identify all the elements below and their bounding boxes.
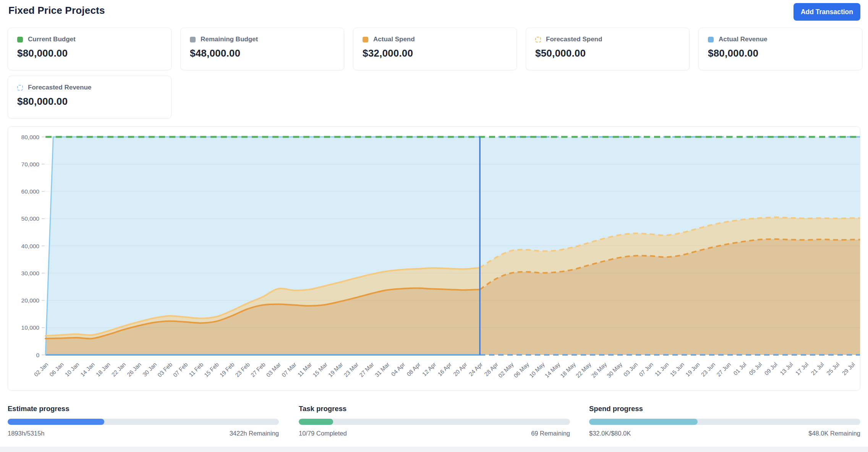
- svg-text:19 Feb: 19 Feb: [218, 361, 235, 378]
- svg-text:06 Jan: 06 Jan: [48, 361, 65, 378]
- svg-text:16 Apr: 16 Apr: [436, 361, 453, 377]
- actual-spend-swatch-icon: [363, 37, 368, 42]
- svg-text:22 Jan: 22 Jan: [110, 361, 127, 378]
- svg-text:08 Apr: 08 Apr: [405, 361, 422, 377]
- svg-text:23 Feb: 23 Feb: [234, 361, 251, 378]
- svg-text:03 Jun: 03 Jun: [622, 361, 639, 378]
- svg-text:30 Jan: 30 Jan: [141, 361, 158, 378]
- svg-text:27 Feb: 27 Feb: [249, 361, 267, 378]
- stat-cards-row-1: Current Budget $80,000.00 Remaining Budg…: [8, 28, 862, 70]
- current-budget-swatch-icon: [17, 37, 23, 42]
- svg-text:26 May: 26 May: [590, 361, 608, 379]
- task-progress-bar: [299, 419, 570, 425]
- forecasted-spend-swatch-icon: [535, 37, 541, 42]
- progress-right-stat: $48.0K Remaining: [808, 430, 860, 437]
- actual-revenue-swatch-icon: [708, 37, 714, 42]
- svg-text:18 May: 18 May: [559, 361, 577, 379]
- svg-text:20 Apr: 20 Apr: [452, 361, 468, 377]
- svg-text:22 May: 22 May: [575, 361, 593, 379]
- chart-canvas: 010,00020,00030,00040,00050,00060,00070,…: [8, 127, 860, 391]
- card-forecasted-revenue: Forecasted Revenue $80,000.00: [8, 76, 172, 119]
- spend-progress-bar: [589, 419, 860, 425]
- fixed-price-projects-page: Fixed Price Projects Add Transaction Cur…: [0, 0, 868, 452]
- progress-title: Spend progress: [589, 405, 860, 413]
- progress-fill: [299, 419, 333, 425]
- svg-text:03 Feb: 03 Feb: [156, 361, 173, 378]
- progress-left-stat: 10/79 Completed: [299, 430, 347, 437]
- svg-text:27 Mar: 27 Mar: [358, 361, 375, 378]
- svg-text:26 Jan: 26 Jan: [126, 361, 143, 378]
- svg-text:07 Feb: 07 Feb: [172, 361, 189, 378]
- svg-text:03 Mar: 03 Mar: [265, 361, 282, 378]
- progress-fill: [589, 419, 698, 425]
- card-label: Remaining Budget: [201, 36, 258, 43]
- forecasted-revenue-swatch-icon: [17, 85, 23, 91]
- svg-text:25 Jul: 25 Jul: [825, 361, 840, 376]
- svg-text:21 Jul: 21 Jul: [810, 361, 825, 376]
- svg-text:30,000: 30,000: [21, 270, 40, 276]
- card-value: $80,000.00: [708, 47, 853, 59]
- svg-text:10 Jan: 10 Jan: [63, 361, 80, 378]
- svg-text:70,000: 70,000: [21, 161, 40, 167]
- svg-text:12 Apr: 12 Apr: [421, 361, 437, 377]
- progress-fill: [8, 419, 104, 425]
- svg-text:04 Apr: 04 Apr: [390, 361, 406, 377]
- progress-right-stat: 69 Remaining: [531, 430, 570, 437]
- svg-text:24 Apr: 24 Apr: [467, 361, 484, 377]
- svg-text:11 Mar: 11 Mar: [296, 361, 313, 378]
- svg-text:01 Jul: 01 Jul: [732, 361, 747, 376]
- svg-text:23 Jun: 23 Jun: [700, 361, 716, 378]
- svg-text:05 Jul: 05 Jul: [748, 361, 763, 376]
- svg-text:15 Mar: 15 Mar: [311, 361, 329, 378]
- card-label: Forecasted Spend: [546, 36, 602, 43]
- card-remaining-budget: Remaining Budget $48,000.00: [180, 28, 344, 70]
- svg-text:02 Jan: 02 Jan: [32, 361, 49, 378]
- svg-text:10 May: 10 May: [528, 361, 546, 379]
- svg-text:13 Jul: 13 Jul: [779, 361, 794, 376]
- svg-text:17 Jul: 17 Jul: [794, 361, 810, 376]
- svg-text:30 May: 30 May: [606, 361, 623, 379]
- next-section-divider: [0, 447, 868, 452]
- card-actual-spend: Actual Spend $32,000.00: [353, 28, 517, 70]
- card-value: $48,000.00: [190, 47, 335, 59]
- card-value: $50,000.00: [535, 47, 680, 59]
- card-label: Actual Spend: [373, 36, 415, 43]
- svg-text:27 Jun: 27 Jun: [715, 361, 732, 378]
- card-label: Actual Revenue: [719, 36, 768, 43]
- card-label: Forecasted Revenue: [28, 84, 91, 91]
- svg-text:06 May: 06 May: [512, 361, 530, 379]
- card-value: $32,000.00: [363, 47, 507, 59]
- svg-text:10,000: 10,000: [21, 324, 40, 331]
- svg-text:31 Mar: 31 Mar: [373, 361, 390, 378]
- page-title: Fixed Price Projects: [8, 5, 105, 16]
- stat-cards-row-2: Forecasted Revenue $80,000.00: [8, 76, 172, 119]
- add-transaction-button[interactable]: Add Transaction: [794, 3, 860, 21]
- card-current-budget: Current Budget $80,000.00: [8, 28, 172, 70]
- svg-text:20,000: 20,000: [21, 297, 40, 304]
- remaining-budget-swatch-icon: [190, 37, 196, 42]
- svg-text:40,000: 40,000: [21, 243, 40, 249]
- spend-progress-section: Spend progress $32.0K/$80.0K $48.0K Rema…: [589, 405, 860, 437]
- estimate-progress-bar: [8, 419, 279, 425]
- progress-title: Task progress: [299, 405, 570, 413]
- svg-text:11 Jun: 11 Jun: [653, 361, 670, 377]
- svg-text:60,000: 60,000: [21, 188, 40, 195]
- progress-right-stat: 3422h Remaining: [230, 430, 279, 437]
- svg-text:15 Jun: 15 Jun: [669, 361, 685, 378]
- svg-text:09 Jul: 09 Jul: [763, 361, 778, 376]
- budget-spend-revenue-chart: 010,00020,00030,00040,00050,00060,00070,…: [8, 126, 860, 391]
- svg-text:29 Jul: 29 Jul: [840, 361, 856, 376]
- svg-text:14 Jan: 14 Jan: [79, 361, 96, 378]
- card-label: Current Budget: [28, 36, 76, 43]
- svg-text:19 Jun: 19 Jun: [684, 361, 701, 378]
- progress-title: Estimate progress: [8, 405, 279, 413]
- svg-text:14 May: 14 May: [543, 361, 561, 379]
- task-progress-section: Task progress 10/79 Completed 69 Remaini…: [299, 405, 570, 437]
- svg-text:11 Feb: 11 Feb: [188, 361, 204, 378]
- card-value: $80,000.00: [17, 47, 162, 59]
- card-value: $80,000.00: [17, 96, 162, 107]
- svg-text:28 Apr: 28 Apr: [483, 361, 499, 377]
- svg-text:07 Jun: 07 Jun: [638, 361, 654, 378]
- card-actual-revenue: Actual Revenue $80,000.00: [698, 28, 862, 70]
- svg-text:80,000: 80,000: [21, 134, 40, 140]
